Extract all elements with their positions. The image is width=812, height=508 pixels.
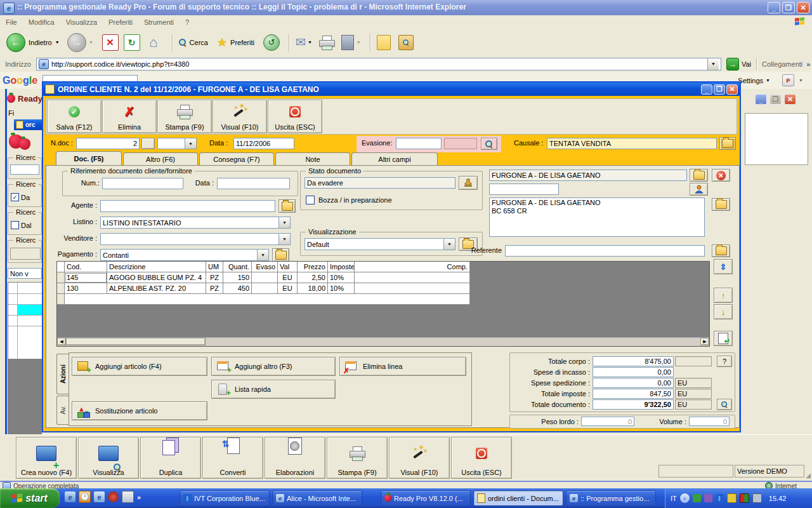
referente-folder-button[interactable]	[712, 244, 730, 257]
visualizza-button[interactable]: Visualizza	[78, 437, 139, 479]
tray-display-icon[interactable]	[752, 493, 762, 503]
task-ivt[interactable]: ᛒ IVT Corporation Blue...	[180, 490, 270, 506]
venditore-dropdown[interactable]: ▼	[100, 233, 291, 245]
cliente-folder-button[interactable]	[690, 169, 708, 182]
move-row-button[interactable]: ⇕	[714, 259, 733, 274]
cliente-remove-button[interactable]: ✕	[712, 169, 730, 182]
mail-button[interactable]: ✉ ▼	[296, 35, 312, 50]
favorites-button[interactable]: ★ Preferiti	[217, 36, 254, 50]
cliente-code-field[interactable]	[489, 184, 559, 195]
lista-rapida-button[interactable]: + Lista rapida	[211, 380, 336, 399]
ndoc-series-dropdown[interactable]: ▼	[157, 138, 197, 149]
tray-chevron-icon[interactable]: ‹	[680, 493, 690, 503]
evasione-field2[interactable]	[444, 138, 477, 149]
links-label[interactable]: Collegamenti	[762, 60, 802, 68]
resize-grip[interactable]: ◢	[806, 472, 811, 479]
elaborazioni-button[interactable]: Elaborazioni	[265, 437, 325, 479]
cell-um[interactable]: PZ	[206, 272, 223, 283]
tray-bluetooth-icon[interactable]: ᛒ	[716, 494, 724, 502]
cell-comp[interactable]	[355, 272, 470, 283]
table-hscrollbar[interactable]: ◀ ▶	[57, 337, 709, 346]
quicklaunch-browser-icon[interactable]: e	[94, 491, 105, 502]
aggiungi-altro-button[interactable]: + Aggiungi altro (F3)	[211, 357, 336, 376]
agente-field[interactable]	[100, 200, 275, 212]
indirizzo-textarea[interactable]: FURGONE A - DE LISA GAETANO BC 658 CR	[489, 197, 705, 237]
col-val[interactable]: Val	[278, 262, 298, 272]
search-field1[interactable]	[10, 164, 39, 175]
cell-descrizione[interactable]: AGOGO BUBBLE GUM PZ. 4	[107, 272, 206, 283]
totals-help-button[interactable]: ?	[717, 356, 732, 367]
scroll-right-icon[interactable]: ▶	[700, 338, 709, 345]
task-readypro[interactable]: Ready Pro V8.12.0 (...	[381, 490, 471, 506]
visual-button[interactable]: ✶✶✶ Visual (F10)	[213, 100, 267, 133]
cell-quant[interactable]: 450	[223, 283, 252, 294]
volume-field[interactable]: 0	[689, 417, 730, 426]
ie-minimize-button[interactable]: _	[768, 2, 780, 13]
ready-minimize-button[interactable]: _	[755, 94, 767, 105]
rif-data-field[interactable]	[217, 178, 290, 189]
dialog-close-button[interactable]: ✕	[726, 84, 738, 95]
ie-close-button[interactable]: ✕	[797, 2, 809, 13]
cell-evaso[interactable]	[252, 272, 278, 283]
col-comp[interactable]: Comp.	[355, 262, 470, 272]
row-selector[interactable]	[57, 283, 65, 294]
address-input[interactable]: e http://support.codice.it/viewtopic.php…	[36, 58, 721, 70]
tab-altri-campi[interactable]: Altri campi	[351, 152, 438, 165]
nonv-dropdown[interactable]: Non v	[8, 268, 42, 279]
mail-dropdown-icon[interactable]: ▼	[308, 40, 312, 44]
col-descrizione[interactable]: Descrizione	[107, 262, 206, 272]
spese-spedizione-field[interactable]: 0,00	[593, 378, 674, 388]
menu-preferiti[interactable]: Preferiti	[103, 18, 138, 26]
tray-shield-icon[interactable]	[693, 494, 701, 502]
cell-evaso[interactable]	[252, 283, 278, 294]
notes-icon[interactable]	[377, 35, 391, 50]
paste-rows-button[interactable]: ↵	[714, 331, 733, 346]
ie-maximize-button[interactable]: ❐	[782, 2, 795, 13]
ready-maximize-button[interactable]: ❐	[769, 94, 782, 105]
indirizzo-folder-button[interactable]	[712, 198, 730, 211]
aggiungi-articolo-button[interactable]: + Aggiungi articolo (F4)	[72, 357, 207, 376]
app-uscita-button[interactable]: Uscita (ESC)	[451, 437, 512, 479]
pagamento-folder-button[interactable]	[272, 248, 289, 262]
cell-cod[interactable]: 145	[65, 272, 107, 283]
forward-button[interactable]: → ▼	[67, 33, 93, 52]
agente-folder-button[interactable]	[278, 199, 296, 213]
peso-lordo-field[interactable]: 0	[581, 417, 634, 426]
col-quant[interactable]: Quant.	[223, 262, 252, 272]
spese-incasso-field[interactable]: 0,00	[593, 367, 674, 377]
crea-nuovo-button[interactable]: + Crea nuovo (F4)	[16, 437, 77, 479]
da-checkbox[interactable]: ✓	[11, 193, 19, 201]
col-imposte[interactable]: Imposte	[328, 262, 355, 272]
bozza-checkbox[interactable]	[306, 196, 315, 204]
clock[interactable]: 15.42	[769, 495, 787, 502]
cell-prezzo[interactable]: 18,00	[298, 283, 328, 294]
cell-comp[interactable]	[355, 283, 470, 294]
go-button[interactable]: → Vai	[726, 58, 751, 70]
edit-icon[interactable]	[341, 35, 354, 50]
cell-val[interactable]: EU	[278, 272, 298, 283]
tray-battery-icon[interactable]	[727, 493, 737, 503]
tab-consegna[interactable]: Consegna (F7)	[199, 152, 274, 165]
cell-val[interactable]: EU	[278, 283, 298, 294]
num-field[interactable]	[102, 178, 183, 189]
task-ordini-clienti[interactable]: ordini clienti - Docum...	[473, 490, 563, 506]
cell-cod[interactable]: 130	[65, 283, 107, 294]
azioni-tab[interactable]: Azioni	[56, 354, 69, 394]
stampa-button[interactable]: Stampa (F9)	[157, 100, 212, 133]
pdf-icon[interactable]: P	[782, 74, 794, 86]
ready-close-button[interactable]: ✕	[784, 94, 796, 105]
data-field[interactable]: 11/12/2006	[233, 138, 294, 149]
menu-file[interactable]: File	[0, 18, 23, 26]
visualizzazione-dropdown[interactable]: Default▼	[304, 238, 455, 250]
links-chevron-icon[interactable]: »	[806, 60, 810, 68]
app-visual-button[interactable]: ✶✶✶ Visual (F10)	[389, 437, 450, 479]
elimina-button[interactable]: ✗ Elimina	[102, 100, 157, 133]
uscita-button[interactable]: Uscita (ESC)	[268, 100, 322, 133]
dialog-maximize-button[interactable]: ❐	[714, 84, 725, 95]
tab-doc[interactable]: Doc. (F5)	[56, 151, 122, 165]
tab-altro[interactable]: Altro (F6)	[123, 152, 198, 165]
row-selector[interactable]	[57, 294, 65, 305]
cell-um[interactable]: PZ	[206, 283, 223, 294]
search-button[interactable]: Cerca	[179, 39, 208, 46]
print-icon[interactable]	[318, 36, 335, 50]
